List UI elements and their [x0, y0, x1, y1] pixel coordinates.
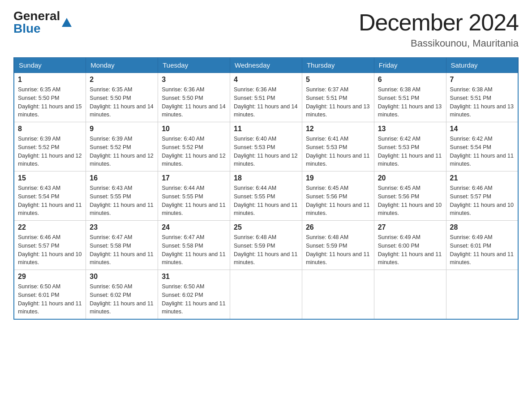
day-number: 15: [18, 174, 82, 182]
day-number: 24: [162, 223, 226, 231]
calendar-cell: 4 Sunrise: 6:36 AMSunset: 5:51 PMDayligh…: [230, 73, 302, 122]
day-number: 11: [234, 125, 298, 133]
calendar-week-row: 15 Sunrise: 6:43 AMSunset: 5:54 PMDaylig…: [14, 171, 518, 221]
calendar-title: December 2024: [359, 9, 519, 36]
title-block: December 2024 Bassikounou, Mauritania: [359, 9, 519, 49]
day-number: 29: [18, 273, 82, 281]
calendar-cell: 20 Sunrise: 6:45 AMSunset: 5:56 PMDaylig…: [374, 171, 446, 221]
weekday-header-sunday: Sunday: [14, 58, 86, 73]
calendar-cell: 18 Sunrise: 6:44 AMSunset: 5:55 PMDaylig…: [230, 171, 302, 221]
logo: General Blue: [13, 9, 72, 36]
day-info: Sunrise: 6:49 AMSunset: 6:01 PMDaylight:…: [450, 234, 514, 265]
day-info: Sunrise: 6:50 AMSunset: 6:02 PMDaylight:…: [90, 283, 153, 315]
calendar-cell: 11 Sunrise: 6:40 AMSunset: 5:53 PMDaylig…: [230, 122, 302, 171]
weekday-header-wednesday: Wednesday: [230, 58, 302, 73]
day-number: 19: [306, 174, 370, 182]
day-info: Sunrise: 6:36 AMSunset: 5:51 PMDaylight:…: [234, 86, 297, 118]
calendar-cell: 25 Sunrise: 6:48 AMSunset: 5:59 PMDaylig…: [230, 221, 302, 270]
calendar-cell: [230, 270, 302, 320]
day-info: Sunrise: 6:48 AMSunset: 5:59 PMDaylight:…: [306, 234, 369, 265]
day-number: 6: [378, 76, 442, 84]
day-info: Sunrise: 6:40 AMSunset: 5:52 PMDaylight:…: [162, 136, 225, 167]
calendar-cell: [374, 270, 446, 320]
day-number: 9: [90, 125, 154, 133]
calendar-cell: [446, 270, 518, 320]
day-number: 8: [18, 125, 82, 133]
day-number: 30: [90, 273, 154, 281]
day-info: Sunrise: 6:44 AMSunset: 5:55 PMDaylight:…: [162, 185, 225, 216]
calendar-cell: 27 Sunrise: 6:49 AMSunset: 6:00 PMDaylig…: [374, 221, 446, 270]
calendar-cell: 21 Sunrise: 6:46 AMSunset: 5:57 PMDaylig…: [446, 171, 518, 221]
calendar-week-row: 29 Sunrise: 6:50 AMSunset: 6:01 PMDaylig…: [14, 270, 518, 320]
day-number: 4: [234, 76, 298, 84]
day-info: Sunrise: 6:47 AMSunset: 5:58 PMDaylight:…: [162, 234, 225, 265]
calendar-week-row: 1 Sunrise: 6:35 AMSunset: 5:50 PMDayligh…: [14, 73, 518, 122]
calendar-cell: 2 Sunrise: 6:35 AMSunset: 5:50 PMDayligh…: [86, 73, 158, 122]
day-info: Sunrise: 6:46 AMSunset: 5:57 PMDaylight:…: [450, 185, 514, 216]
day-number: 14: [450, 125, 514, 133]
day-info: Sunrise: 6:48 AMSunset: 5:59 PMDaylight:…: [234, 234, 297, 265]
day-info: Sunrise: 6:45 AMSunset: 5:56 PMDaylight:…: [378, 185, 442, 216]
calendar-cell: 29 Sunrise: 6:50 AMSunset: 6:01 PMDaylig…: [14, 270, 86, 320]
calendar-week-row: 22 Sunrise: 6:46 AMSunset: 5:57 PMDaylig…: [14, 221, 518, 270]
day-info: Sunrise: 6:42 AMSunset: 5:53 PMDaylight:…: [378, 136, 442, 167]
day-number: 21: [450, 174, 514, 182]
svg-marker-0: [62, 18, 72, 27]
day-number: 2: [90, 76, 154, 84]
day-info: Sunrise: 6:50 AMSunset: 6:02 PMDaylight:…: [162, 283, 225, 315]
calendar-cell: 23 Sunrise: 6:47 AMSunset: 5:58 PMDaylig…: [86, 221, 158, 270]
day-info: Sunrise: 6:41 AMSunset: 5:53 PMDaylight:…: [306, 136, 369, 167]
day-info: Sunrise: 6:37 AMSunset: 5:51 PMDaylight:…: [306, 86, 369, 118]
day-number: 27: [378, 223, 442, 231]
day-info: Sunrise: 6:42 AMSunset: 5:54 PMDaylight:…: [450, 136, 514, 167]
calendar-cell: 1 Sunrise: 6:35 AMSunset: 5:50 PMDayligh…: [14, 73, 86, 122]
calendar-week-row: 8 Sunrise: 6:39 AMSunset: 5:52 PMDayligh…: [14, 122, 518, 171]
calendar-cell: 6 Sunrise: 6:38 AMSunset: 5:51 PMDayligh…: [374, 73, 446, 122]
calendar-cell: 16 Sunrise: 6:43 AMSunset: 5:55 PMDaylig…: [86, 171, 158, 221]
day-info: Sunrise: 6:39 AMSunset: 5:52 PMDaylight:…: [90, 136, 153, 167]
weekday-header-saturday: Saturday: [446, 58, 518, 73]
day-number: 31: [162, 273, 226, 281]
day-number: 18: [234, 174, 298, 182]
day-info: Sunrise: 6:36 AMSunset: 5:50 PMDaylight:…: [162, 86, 225, 118]
day-info: Sunrise: 6:46 AMSunset: 5:57 PMDaylight:…: [18, 234, 82, 265]
calendar-cell: 26 Sunrise: 6:48 AMSunset: 5:59 PMDaylig…: [302, 221, 374, 270]
day-info: Sunrise: 6:47 AMSunset: 5:58 PMDaylight:…: [90, 234, 153, 265]
calendar-cell: 9 Sunrise: 6:39 AMSunset: 5:52 PMDayligh…: [86, 122, 158, 171]
day-info: Sunrise: 6:50 AMSunset: 6:01 PMDaylight:…: [18, 283, 82, 315]
calendar-cell: 10 Sunrise: 6:40 AMSunset: 5:52 PMDaylig…: [158, 122, 230, 171]
day-number: 25: [234, 223, 298, 231]
weekday-header-tuesday: Tuesday: [158, 58, 230, 73]
calendar-cell: 7 Sunrise: 6:38 AMSunset: 5:51 PMDayligh…: [446, 73, 518, 122]
day-number: 1: [18, 76, 82, 84]
calendar-cell: 8 Sunrise: 6:39 AMSunset: 5:52 PMDayligh…: [14, 122, 86, 171]
weekday-header-row: SundayMondayTuesdayWednesdayThursdayFrid…: [14, 58, 518, 73]
day-info: Sunrise: 6:39 AMSunset: 5:52 PMDaylight:…: [18, 136, 82, 167]
calendar-cell: 31 Sunrise: 6:50 AMSunset: 6:02 PMDaylig…: [158, 270, 230, 320]
calendar-cell: [302, 270, 374, 320]
calendar-cell: 28 Sunrise: 6:49 AMSunset: 6:01 PMDaylig…: [446, 221, 518, 270]
calendar-cell: 13 Sunrise: 6:42 AMSunset: 5:53 PMDaylig…: [374, 122, 446, 171]
day-number: 3: [162, 76, 226, 84]
day-number: 13: [378, 125, 442, 133]
day-number: 20: [378, 174, 442, 182]
calendar-cell: 14 Sunrise: 6:42 AMSunset: 5:54 PMDaylig…: [446, 122, 518, 171]
weekday-header-thursday: Thursday: [302, 58, 374, 73]
day-number: 12: [306, 125, 370, 133]
weekday-header-monday: Monday: [86, 58, 158, 73]
calendar-subtitle: Bassikounou, Mauritania: [359, 38, 519, 49]
day-info: Sunrise: 6:35 AMSunset: 5:50 PMDaylight:…: [18, 86, 82, 118]
day-info: Sunrise: 6:40 AMSunset: 5:53 PMDaylight:…: [234, 136, 297, 167]
day-info: Sunrise: 6:44 AMSunset: 5:55 PMDaylight:…: [234, 185, 297, 216]
day-number: 22: [18, 223, 82, 231]
calendar-cell: 15 Sunrise: 6:43 AMSunset: 5:54 PMDaylig…: [14, 171, 86, 221]
page-header: General Blue December 2024 Bassikounou, …: [13, 9, 519, 49]
day-number: 7: [450, 76, 514, 84]
day-number: 23: [90, 223, 154, 231]
calendar-cell: 19 Sunrise: 6:45 AMSunset: 5:56 PMDaylig…: [302, 171, 374, 221]
calendar-cell: 30 Sunrise: 6:50 AMSunset: 6:02 PMDaylig…: [86, 270, 158, 320]
day-info: Sunrise: 6:43 AMSunset: 5:55 PMDaylight:…: [90, 185, 153, 216]
day-number: 5: [306, 76, 370, 84]
day-info: Sunrise: 6:43 AMSunset: 5:54 PMDaylight:…: [18, 185, 82, 216]
day-number: 17: [162, 174, 226, 182]
